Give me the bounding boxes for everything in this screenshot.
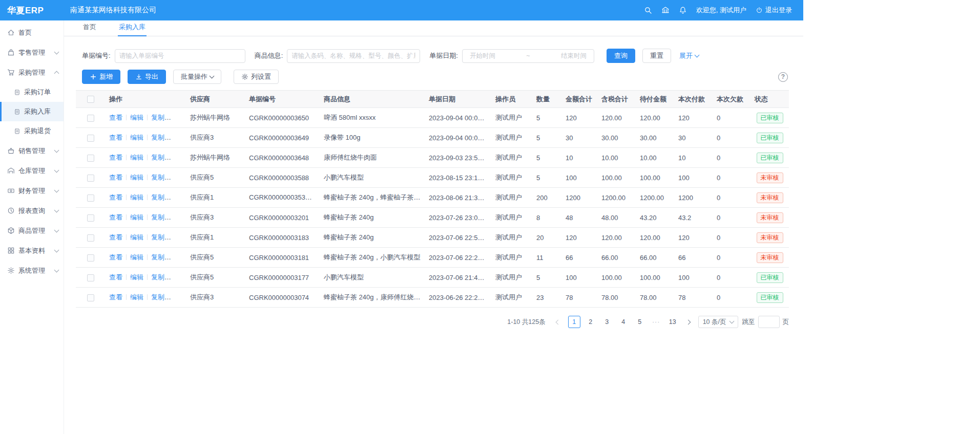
next-page-button[interactable] xyxy=(683,316,694,328)
delete-link[interactable]: 删除 xyxy=(172,293,185,301)
sidebar-item[interactable]: 采购退货 xyxy=(0,121,64,141)
search-icon[interactable] xyxy=(644,6,652,14)
page-size-select[interactable]: 10 条/页 xyxy=(698,316,738,328)
delete-link[interactable]: 删除 xyxy=(172,154,185,161)
batch-actions-button[interactable]: 批量操作 xyxy=(173,70,221,84)
logout-button[interactable]: 退出登录 xyxy=(756,6,792,15)
row-checkbox[interactable] xyxy=(87,274,94,281)
page-button[interactable]: 5 xyxy=(634,316,646,328)
edit-link[interactable]: 编辑 xyxy=(130,173,143,181)
view-link[interactable]: 查看 xyxy=(109,293,122,301)
page-button[interactable]: 2 xyxy=(585,316,597,328)
page-button[interactable]: 13 xyxy=(666,316,679,328)
edit-link[interactable]: 编辑 xyxy=(130,253,143,261)
sidebar-item[interactable]: 零售管理 xyxy=(0,42,64,62)
row-actions-cell: 查看编辑复制删除 xyxy=(105,228,186,248)
column-settings-label: 列设置 xyxy=(251,72,271,81)
product-info-input[interactable] xyxy=(287,49,420,63)
edit-link[interactable]: 编辑 xyxy=(130,154,143,161)
order-no-input[interactable] xyxy=(115,49,245,63)
delete-link[interactable]: 删除 xyxy=(172,134,185,141)
jump-page-input[interactable] xyxy=(758,316,780,328)
row-checkbox[interactable] xyxy=(87,294,94,301)
copy-link[interactable]: 复制 xyxy=(151,273,171,281)
copy-link[interactable]: 复制 xyxy=(151,134,171,141)
row-checkbox[interactable] xyxy=(87,155,94,162)
row-checkbox[interactable] xyxy=(87,254,94,262)
row-checkbox[interactable] xyxy=(87,135,94,142)
copy-link[interactable]: 复制 xyxy=(151,154,171,161)
prev-page-button[interactable] xyxy=(553,316,564,328)
page-button[interactable]: 4 xyxy=(617,316,630,328)
delete-link[interactable]: 删除 xyxy=(172,193,185,201)
view-link[interactable]: 查看 xyxy=(109,114,122,121)
delete-link[interactable]: 删除 xyxy=(172,273,185,281)
delete-link[interactable]: 删除 xyxy=(172,173,185,181)
page-button[interactable]: 3 xyxy=(601,316,613,328)
edit-link[interactable]: 编辑 xyxy=(130,134,143,141)
select-all-checkbox[interactable] xyxy=(87,96,94,103)
cell-paid: 66 xyxy=(674,248,713,268)
column-settings-button[interactable]: 列设置 xyxy=(234,70,279,84)
delete-link[interactable]: 删除 xyxy=(172,253,185,261)
expand-link[interactable]: 展开 xyxy=(679,51,699,60)
edit-link[interactable]: 编辑 xyxy=(130,213,143,221)
building-icon[interactable] xyxy=(661,6,670,14)
date-range-input[interactable]: 开始时间 ~ 结束时间 xyxy=(462,49,594,63)
page-button[interactable]: ··· xyxy=(650,316,662,328)
delete-link[interactable]: 删除 xyxy=(172,213,185,221)
delete-link[interactable]: 删除 xyxy=(172,114,185,121)
edit-link[interactable]: 编辑 xyxy=(130,273,143,281)
edit-link[interactable]: 编辑 xyxy=(130,114,143,121)
view-link[interactable]: 查看 xyxy=(109,154,122,161)
row-checkbox[interactable] xyxy=(87,234,94,242)
cell-supplier: 供应商1 xyxy=(186,228,245,248)
copy-link[interactable]: 复制 xyxy=(151,213,171,221)
sidebar-item[interactable]: 仓库管理 xyxy=(0,161,64,181)
tab[interactable]: 首页 xyxy=(82,19,97,36)
view-link[interactable]: 查看 xyxy=(109,253,122,261)
sidebar-item[interactable]: 报表查询 xyxy=(0,201,64,221)
sidebar-item[interactable]: 首页 xyxy=(0,23,64,42)
pagination-total: 1-10 共125条 xyxy=(507,318,545,327)
sidebar-item[interactable]: 采购入库 xyxy=(0,102,64,121)
copy-link[interactable]: 复制 xyxy=(151,173,171,181)
sidebar-item[interactable]: 财务管理 xyxy=(0,181,64,201)
sidebar-item[interactable]: 基本资料 xyxy=(0,241,64,261)
pagination: 1-10 共125条 1 2 3 4 5 xyxy=(76,316,789,328)
edit-link[interactable]: 编辑 xyxy=(130,233,143,241)
export-button[interactable]: 导出 xyxy=(128,70,166,84)
delete-link[interactable]: 删除 xyxy=(172,233,185,241)
sidebar-item[interactable]: 采购管理 xyxy=(0,62,64,82)
search-button[interactable]: 查询 xyxy=(607,49,635,63)
copy-link[interactable]: 复制 xyxy=(151,253,171,261)
reset-button[interactable]: 重置 xyxy=(642,49,671,63)
power-icon xyxy=(756,7,763,14)
row-checkbox[interactable] xyxy=(87,214,94,222)
view-link[interactable]: 查看 xyxy=(109,213,122,221)
sidebar-item[interactable]: 销售管理 xyxy=(0,141,64,161)
sidebar-item[interactable]: 商品管理 xyxy=(0,221,64,241)
tab[interactable]: 采购入库 xyxy=(118,19,147,36)
edit-link[interactable]: 编辑 xyxy=(130,293,143,301)
copy-link[interactable]: 复制 xyxy=(151,114,171,121)
row-checkbox[interactable] xyxy=(87,175,94,182)
page-button[interactable]: 1 xyxy=(568,316,580,328)
sidebar-item[interactable]: 系统管理 xyxy=(0,261,64,280)
view-link[interactable]: 查看 xyxy=(109,193,122,201)
help-button[interactable]: ? xyxy=(778,72,788,82)
view-link[interactable]: 查看 xyxy=(109,134,122,141)
copy-link[interactable]: 复制 xyxy=(151,193,171,201)
bell-icon[interactable] xyxy=(679,6,687,14)
sidebar-item[interactable]: 采购订单 xyxy=(0,82,64,102)
edit-link[interactable]: 编辑 xyxy=(130,193,143,201)
add-button[interactable]: 新增 xyxy=(82,70,120,84)
view-link[interactable]: 查看 xyxy=(109,233,122,241)
view-link[interactable]: 查看 xyxy=(109,273,122,281)
copy-link[interactable]: 复制 xyxy=(151,293,171,301)
copy-link[interactable]: 复制 xyxy=(151,233,171,241)
row-checkbox[interactable] xyxy=(87,194,94,202)
row-checkbox[interactable] xyxy=(87,115,94,122)
view-link[interactable]: 查看 xyxy=(109,173,122,181)
report-icon xyxy=(7,207,15,214)
